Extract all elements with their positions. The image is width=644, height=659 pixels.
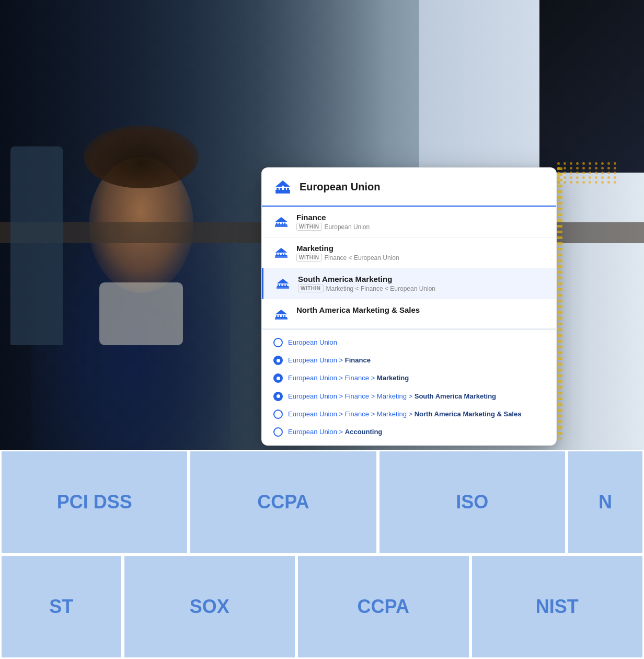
tiles-row-1: PCI DSS CCPA ISO N <box>0 450 644 554</box>
marketing-within-path: Finance < European Union <box>325 254 399 262</box>
tile-st-partial[interactable]: ST <box>0 554 123 659</box>
tile-ccpa-2[interactable]: CCPA <box>296 554 470 659</box>
marketing-within-label: WITHIN <box>296 254 322 262</box>
radio-option-eu-finance[interactable]: European Union > Finance <box>262 351 556 369</box>
svg-rect-17 <box>279 254 280 256</box>
svg-rect-12 <box>284 223 285 225</box>
sub-result-marketing[interactable]: Marketing WITHIN Finance < European Unio… <box>262 237 556 268</box>
radio-eu-accounting-circle <box>273 427 283 437</box>
radio-option-eu[interactable]: European Union <box>262 334 556 351</box>
south-america-institution-icon <box>275 276 291 291</box>
tile-iso[interactable]: ISO <box>378 450 567 554</box>
radio-eu-finance-circle <box>273 356 283 365</box>
main-result-card[interactable]: European Union <box>262 168 556 207</box>
svg-rect-23 <box>278 285 279 287</box>
svg-rect-33 <box>284 315 285 317</box>
svg-rect-31 <box>279 315 280 317</box>
finance-name: Finance <box>296 213 545 222</box>
radio-eu-circle <box>273 338 283 347</box>
svg-marker-14 <box>275 217 288 222</box>
radio-eu-south-america-text: European Union > Finance > Marketing > S… <box>288 392 496 401</box>
finance-within-path: European Union <box>325 223 370 231</box>
north-america-institution-icon <box>273 306 289 322</box>
north-america-content: North America Marketing & Sales <box>296 305 545 314</box>
marketing-within: WITHIN Finance < European Union <box>296 254 545 262</box>
tiles-row-2: ST SOX CCPA NIST <box>0 554 644 659</box>
svg-rect-11 <box>282 223 283 225</box>
south-america-within: WITHIN Marketing < Finance < European Un… <box>298 285 545 292</box>
north-america-name: North America Marketing & Sales <box>296 305 545 314</box>
tile-sox[interactable]: SOX <box>123 554 296 659</box>
finance-institution-icon <box>273 214 289 230</box>
svg-rect-34 <box>275 318 288 319</box>
finance-content: Finance WITHIN European Union <box>296 213 545 231</box>
search-dropdown-panel: European Union Finance WITHIN European U… <box>261 167 557 446</box>
svg-rect-9 <box>276 223 277 225</box>
radio-option-eu-north-america[interactable]: European Union > Finance > Marketing > N… <box>262 405 556 423</box>
svg-rect-25 <box>283 285 284 287</box>
radio-eu-accounting-text: European Union > Accounting <box>288 427 382 437</box>
svg-rect-20 <box>275 256 288 257</box>
svg-rect-7 <box>282 186 284 188</box>
finance-within: WITHIN European Union <box>296 223 545 231</box>
marketing-content: Marketing WITHIN Finance < European Unio… <box>296 244 545 262</box>
tile-pci-dss[interactable]: PCI DSS <box>0 450 189 554</box>
radio-eu-north-america-text: European Union > Finance > Marketing > N… <box>288 410 521 419</box>
svg-rect-30 <box>276 315 277 317</box>
svg-rect-4 <box>287 188 289 190</box>
marketing-name: Marketing <box>296 244 545 253</box>
radio-eu-north-america-circle <box>273 410 283 419</box>
svg-rect-5 <box>275 192 290 194</box>
sub-result-north-america[interactable]: North America Marketing & Sales <box>262 299 556 329</box>
svg-rect-19 <box>284 254 285 256</box>
south-america-within-label: WITHIN <box>298 285 324 292</box>
svg-rect-16 <box>276 254 277 256</box>
svg-marker-35 <box>275 310 288 314</box>
dot-decoration <box>557 162 618 184</box>
tile-n-partial[interactable]: N <box>567 450 644 554</box>
radio-eu-finance-text: European Union > Finance <box>288 356 371 365</box>
svg-rect-13 <box>275 225 288 226</box>
radio-option-eu-south-america[interactable]: European Union > Finance > Marketing > S… <box>262 388 556 405</box>
svg-rect-18 <box>282 254 283 256</box>
tile-ccpa-1[interactable]: CCPA <box>189 450 377 554</box>
svg-rect-27 <box>277 287 289 288</box>
svg-rect-26 <box>286 285 287 287</box>
marketing-institution-icon <box>273 245 289 260</box>
south-america-name: South America Marketing <box>298 275 545 283</box>
radio-options-section: European Union European Union > Finance … <box>262 330 556 445</box>
radio-eu-finance-marketing-circle <box>273 373 283 383</box>
svg-rect-1 <box>277 188 279 190</box>
radio-eu-finance-marketing-text: European Union > Finance > Marketing <box>288 373 409 383</box>
svg-rect-32 <box>282 315 283 317</box>
finance-within-label: WITHIN <box>296 223 322 231</box>
tile-nist[interactable]: NIST <box>470 554 644 659</box>
radio-option-eu-finance-marketing[interactable]: European Union > Finance > Marketing <box>262 369 556 387</box>
south-america-content: South America Marketing WITHIN Marketing… <box>298 275 545 292</box>
svg-rect-3 <box>284 188 286 190</box>
south-america-within-path: Marketing < Finance < European Union <box>326 285 435 292</box>
sub-result-finance[interactable]: Finance WITHIN European Union <box>262 207 556 237</box>
compliance-tiles-section: PCI DSS CCPA ISO N ST SOX CCPA NIST <box>0 450 644 659</box>
sub-result-south-america[interactable]: South America Marketing WITHIN Marketing… <box>262 268 556 299</box>
svg-marker-21 <box>275 248 288 253</box>
radio-eu-south-america-circle <box>273 392 283 401</box>
main-result-title: European Union <box>300 181 380 193</box>
svg-marker-28 <box>277 279 289 283</box>
svg-rect-2 <box>280 188 282 190</box>
radio-eu-text: European Union <box>288 338 337 347</box>
panel-right-decoration <box>557 167 562 439</box>
svg-rect-24 <box>280 285 281 287</box>
radio-option-eu-accounting[interactable]: European Union > Accounting <box>262 423 556 441</box>
svg-rect-10 <box>279 223 280 225</box>
institution-icon <box>273 177 292 196</box>
